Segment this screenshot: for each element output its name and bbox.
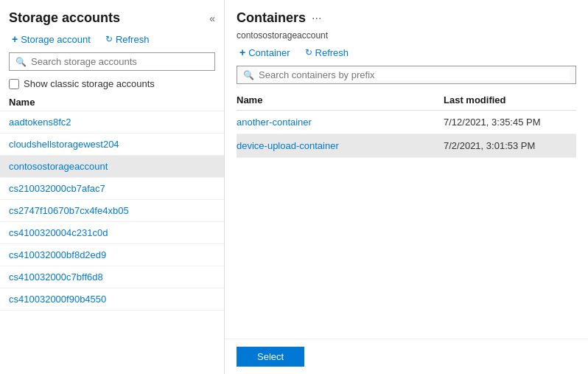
account-list-item[interactable]: cloudshellstoragewest204: [0, 134, 224, 156]
right-title-row: Containers ···: [237, 10, 321, 26]
accounts-list-header: Name: [0, 94, 224, 111]
right-refresh-label: Refresh: [315, 47, 349, 58]
account-list-item[interactable]: cs410032000c7bff6d8: [0, 266, 224, 288]
right-search-container: 🔍: [225, 66, 588, 90]
left-panel-title: Storage accounts: [9, 10, 120, 26]
add-container-label: Container: [248, 47, 290, 58]
right-panel-header: Containers ···: [225, 0, 588, 30]
left-search-icon: 🔍: [15, 57, 27, 67]
right-search-icon: 🔍: [243, 70, 254, 80]
account-list-item[interactable]: contosostorageaccount: [0, 156, 224, 178]
left-search-box: 🔍: [9, 52, 215, 71]
right-refresh-button[interactable]: ↻ Refresh: [302, 46, 352, 60]
left-panel-header: Storage accounts «: [0, 0, 224, 32]
right-panel-subtitle: contosostorageaccount: [225, 30, 588, 45]
left-refresh-label: Refresh: [116, 34, 150, 45]
right-search-box: 🔍: [237, 66, 576, 84]
more-options-icon[interactable]: ···: [312, 12, 321, 25]
right-refresh-icon: ↻: [305, 47, 312, 58]
left-refresh-icon: ↻: [105, 34, 113, 44]
accounts-list: aadtokens8fc2cloudshellstoragewest204con…: [0, 111, 224, 374]
account-list-item[interactable]: aadtokens8fc2: [0, 111, 224, 134]
left-refresh-button[interactable]: ↻ Refresh: [102, 32, 153, 46]
add-container-plus-icon: +: [239, 46, 245, 58]
container-modified-cell: 7/12/2021, 3:35:45 PM: [444, 117, 576, 128]
account-list-item[interactable]: cs410032000f90b4550: [0, 288, 224, 311]
containers-table-header: Name Last modified: [237, 90, 576, 111]
account-list-item[interactable]: cs410032000bf8d2ed9: [0, 244, 224, 266]
select-button[interactable]: Select: [237, 347, 304, 367]
classic-accounts-checkbox[interactable]: [9, 79, 19, 89]
main-layout: Storage accounts « + Storage account ↻ R…: [0, 0, 588, 374]
col-header-modified: Last modified: [444, 94, 576, 105]
collapse-icon[interactable]: «: [209, 13, 215, 24]
col-header-name: Name: [237, 94, 444, 105]
right-panel: Containers ··· contosostorageaccount + C…: [225, 0, 588, 374]
container-modified-cell: 7/2/2021, 3:01:53 PM: [444, 140, 576, 151]
left-search-container: 🔍: [0, 52, 224, 75]
containers-table: Name Last modified another-container7/12…: [225, 90, 588, 339]
container-name-cell: another-container: [237, 117, 444, 128]
plus-icon: +: [12, 33, 18, 45]
table-row[interactable]: device-upload-container7/2/2021, 3:01:53…: [237, 134, 576, 158]
right-search-input[interactable]: [259, 69, 570, 80]
table-row[interactable]: another-container7/12/2021, 3:35:45 PM: [237, 111, 576, 134]
left-panel: Storage accounts « + Storage account ↻ R…: [0, 0, 225, 374]
container-name-cell: device-upload-container: [237, 140, 444, 151]
right-toolbar: + Container ↻ Refresh: [225, 45, 588, 66]
left-toolbar: + Storage account ↻ Refresh: [0, 32, 224, 52]
account-list-item[interactable]: cs2747f10670b7cx4fe4xb05: [0, 200, 224, 222]
classic-accounts-checkbox-row: Show classic storage accounts: [0, 75, 224, 94]
footer-bar: Select: [225, 339, 588, 374]
right-panel-title: Containers: [237, 10, 306, 26]
add-storage-account-button[interactable]: + Storage account: [9, 32, 94, 46]
left-search-input[interactable]: [31, 56, 209, 67]
add-storage-account-label: Storage account: [21, 34, 91, 45]
account-list-item[interactable]: cs4100320004c231c0d: [0, 222, 224, 244]
account-list-item[interactable]: cs210032000cb7afac7: [0, 178, 224, 200]
add-container-button[interactable]: + Container: [237, 45, 293, 60]
classic-accounts-label: Show classic storage accounts: [24, 78, 155, 89]
